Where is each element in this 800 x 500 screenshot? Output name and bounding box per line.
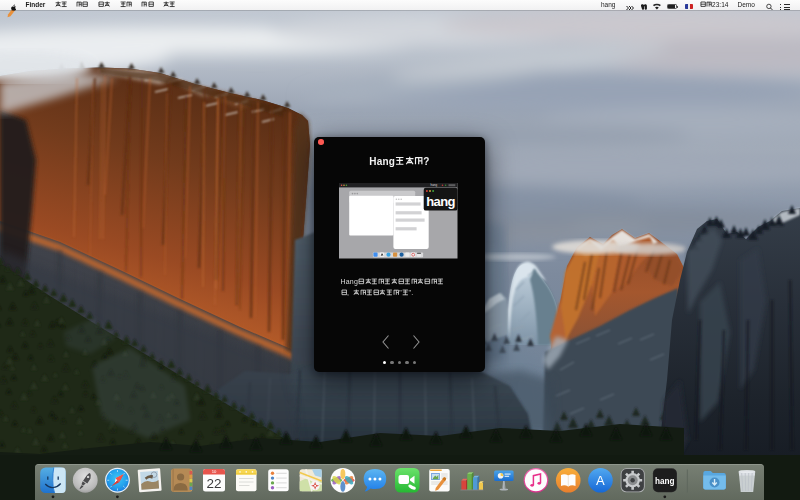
svg-text:hang: hang	[426, 194, 455, 209]
svg-text:hang: hang	[431, 183, 438, 187]
